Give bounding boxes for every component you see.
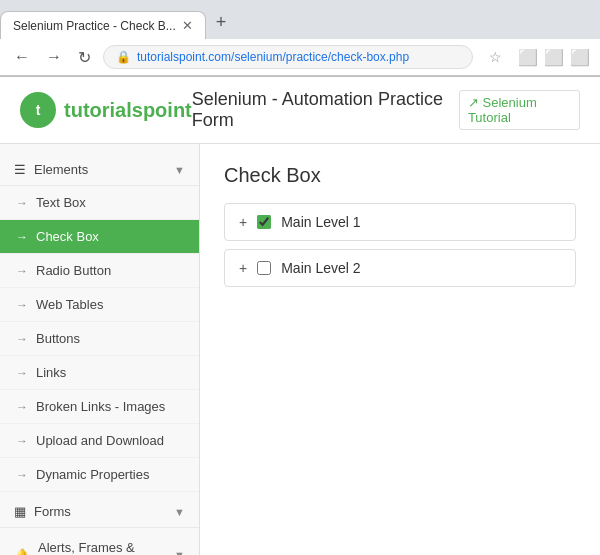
arrow-icon: → (16, 434, 28, 448)
ext-icon-1[interactable]: ⬜ (518, 48, 538, 67)
tab-bar: Selenium Practice - Check B... ✕ + (0, 0, 600, 39)
sidebar-item-label: Text Box (36, 195, 86, 210)
expand-icon-1[interactable]: + (239, 214, 247, 230)
forms-section-header-left: ▦ Forms (14, 504, 71, 519)
bell-icon: 🔔 (14, 548, 30, 556)
forward-button[interactable]: → (42, 46, 66, 68)
checkbox-item-1: + Main Level 1 (224, 203, 576, 241)
sidebar-item-web-tables[interactable]: → Web Tables (0, 288, 199, 322)
checkbox-label-1: Main Level 1 (281, 214, 360, 230)
hamburger-icon: ☰ (14, 162, 26, 177)
logo-text: tutorialspoint (64, 99, 192, 122)
address-bar: ← → ↻ 🔒 tutorialspoint.com/selenium/prac… (0, 39, 600, 76)
arrow-icon: → (16, 400, 28, 414)
expand-icon-2[interactable]: + (239, 260, 247, 276)
arrow-icon: → (16, 468, 28, 482)
logo: t tutorialspoint (20, 92, 192, 128)
logo-text-regular: tutorials (64, 99, 143, 121)
elements-section-header-left: ☰ Elements (14, 162, 88, 177)
alerts-section-header-left: 🔔 Alerts, Frames & Windows (14, 540, 174, 555)
sidebar-item-label: Dynamic Properties (36, 467, 149, 482)
ext-icon-3[interactable]: ⬜ (570, 48, 590, 67)
url-text: tutorialspoint.com/selenium/practice/che… (137, 50, 409, 64)
refresh-button[interactable]: ↻ (74, 46, 95, 69)
arrow-icon: → (16, 332, 28, 346)
elements-label: Elements (34, 162, 88, 177)
site-header: t tutorialspoint Selenium - Automation P… (0, 77, 600, 144)
sidebar-item-broken-links[interactable]: → Broken Links - Images (0, 390, 199, 424)
sidebar-item-radio-button[interactable]: → Radio Button (0, 254, 199, 288)
arrow-icon: → (16, 264, 28, 278)
logo-circle: t (20, 92, 56, 128)
arrow-icon: → (16, 366, 28, 380)
page: t tutorialspoint Selenium - Automation P… (0, 77, 600, 555)
alerts-label: Alerts, Frames & Windows (38, 540, 174, 555)
sidebar-item-label: Buttons (36, 331, 80, 346)
sidebar-item-check-box[interactable]: → Check Box (0, 220, 199, 254)
url-box[interactable]: 🔒 tutorialspoint.com/selenium/practice/c… (103, 45, 473, 69)
sidebar: ☰ Elements ▼ → Text Box → Check Box → Ra… (0, 144, 200, 555)
ext-icon-2[interactable]: ⬜ (544, 48, 564, 67)
forms-label: Forms (34, 504, 71, 519)
checkbox-input-1[interactable] (257, 215, 271, 229)
forms-section-header[interactable]: ▦ Forms ▼ (0, 496, 199, 528)
sidebar-item-links[interactable]: → Links (0, 356, 199, 390)
sidebar-item-label: Upload and Download (36, 433, 164, 448)
sidebar-item-label: Radio Button (36, 263, 111, 278)
checkbox-input-2[interactable] (257, 261, 271, 275)
content-area: Check Box + Main Level 1 + Main Level 2 (200, 144, 600, 555)
sidebar-item-label: Web Tables (36, 297, 103, 312)
alerts-chevron-icon: ▼ (174, 549, 185, 555)
sidebar-item-label: Links (36, 365, 66, 380)
elements-chevron-icon: ▼ (174, 164, 185, 176)
sidebar-item-text-box[interactable]: → Text Box (0, 186, 199, 220)
checkbox-item-2: + Main Level 2 (224, 249, 576, 287)
forms-chevron-icon: ▼ (174, 506, 185, 518)
sidebar-section-elements: ☰ Elements ▼ → Text Box → Check Box → Ra… (0, 154, 199, 492)
content-title: Check Box (224, 164, 576, 187)
sidebar-item-dynamic-properties[interactable]: → Dynamic Properties (0, 458, 199, 492)
forms-grid-icon: ▦ (14, 504, 26, 519)
sidebar-item-label: Broken Links - Images (36, 399, 165, 414)
extension-icons: ⬜ ⬜ ⬜ (518, 48, 590, 67)
back-button[interactable]: ← (10, 46, 34, 68)
new-tab-button[interactable]: + (206, 6, 237, 39)
tab-close-icon[interactable]: ✕ (182, 18, 193, 33)
sidebar-item-label: Check Box (36, 229, 99, 244)
checkbox-label-2: Main Level 2 (281, 260, 360, 276)
sidebar-section-alerts: 🔔 Alerts, Frames & Windows ▼ (0, 532, 199, 555)
tab-title: Selenium Practice - Check B... (13, 19, 176, 33)
bookmark-icon[interactable]: ☆ (489, 49, 502, 65)
sidebar-item-upload-download[interactable]: → Upload and Download (0, 424, 199, 458)
alerts-section-header[interactable]: 🔔 Alerts, Frames & Windows ▼ (0, 532, 199, 555)
sidebar-section-forms: ▦ Forms ▼ (0, 496, 199, 528)
sidebar-item-buttons[interactable]: → Buttons (0, 322, 199, 356)
arrow-icon: → (16, 298, 28, 312)
arrow-icon: → (16, 196, 28, 210)
arrow-icon: → (16, 230, 28, 244)
selenium-tutorial-link[interactable]: ↗ Selenium Tutorial (459, 90, 580, 130)
page-title: Selenium - Automation Practice Form (192, 89, 459, 131)
active-tab[interactable]: Selenium Practice - Check B... ✕ (0, 11, 206, 39)
elements-section-header[interactable]: ☰ Elements ▼ (0, 154, 199, 186)
logo-initial: t (36, 102, 41, 118)
lock-icon: 🔒 (116, 50, 131, 64)
logo-text-bold: point (143, 99, 192, 121)
browser-chrome: Selenium Practice - Check B... ✕ + ← → ↻… (0, 0, 600, 77)
main-layout: ☰ Elements ▼ → Text Box → Check Box → Ra… (0, 144, 600, 555)
